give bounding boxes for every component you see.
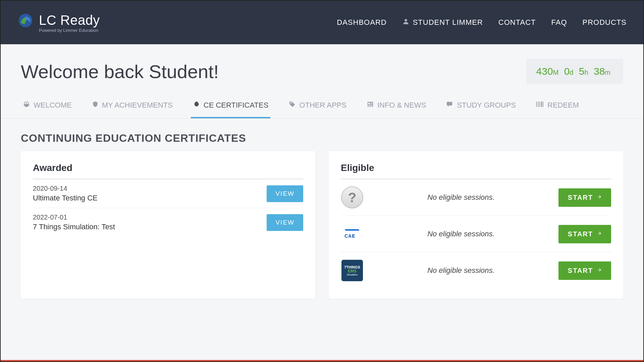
tab-achievements[interactable]: MY ACHIEVEMENTS	[90, 94, 175, 118]
svg-rect-11	[538, 102, 538, 107]
svg-rect-7	[371, 104, 373, 104]
brand-subtitle: Powered by Limmer Education	[39, 28, 100, 33]
nav-user[interactable]: STUDENT LIMMER	[402, 18, 483, 27]
cae-icon: CAE	[344, 229, 360, 239]
tab-other-apps-label: OTHER APPS	[299, 101, 346, 110]
timer-days-unit: d	[570, 69, 573, 76]
welcome-heading: Welcome back Student!	[21, 61, 219, 82]
svg-rect-13	[540, 102, 540, 107]
timer-months: 430	[536, 66, 553, 77]
tab-welcome[interactable]: WELCOME	[21, 94, 74, 118]
view-button[interactable]: VIEW	[267, 185, 303, 202]
timer-minutes: 38	[594, 66, 605, 77]
nav-products[interactable]: PRODUCTS	[583, 18, 627, 27]
nav-user-label: STUDENT LIMMER	[413, 18, 483, 27]
view-button[interactable]: VIEW	[267, 214, 303, 231]
tab-ce-certificates-label: CE CERTIFICATES	[204, 101, 269, 110]
start-button[interactable]: START	[558, 261, 611, 280]
user-icon	[402, 18, 410, 27]
awarded-info: 2020-09-14 Ultimate Testing CE	[33, 185, 98, 202]
cards-row: Awarded 2020-09-14 Ultimate Testing CE V…	[1, 151, 643, 299]
eligible-message: No eligible sessions.	[370, 266, 552, 275]
svg-rect-5	[368, 103, 370, 104]
start-button-label: START	[568, 230, 593, 238]
nav-contact[interactable]: CONTACT	[498, 18, 536, 27]
question-icon: ?	[341, 186, 363, 208]
eligible-app-icon: ?	[341, 186, 364, 209]
awarded-date: 2020-09-14	[33, 185, 98, 192]
tab-study-groups-label: STUDY GROUPS	[457, 101, 516, 110]
tab-info-news-label: INFO & NEWS	[377, 101, 426, 110]
shield-icon	[92, 101, 99, 110]
tab-info-news[interactable]: INFO & NEWS	[365, 94, 428, 118]
eligible-row: ? No eligible sessions. START	[341, 179, 611, 216]
awarded-title: Awarded	[33, 163, 303, 179]
arrow-right-icon	[596, 194, 602, 201]
timer-minutes-unit: m	[605, 69, 610, 76]
awarded-name: Ultimate Testing CE	[33, 194, 98, 202]
start-button[interactable]: START	[558, 188, 611, 207]
tab-study-groups[interactable]: STUDY GROUPS	[444, 94, 518, 118]
chat-icon	[446, 101, 453, 110]
app-logo-icon	[17, 12, 34, 28]
logo-row[interactable]: LC Ready	[17, 12, 100, 28]
eligible-row: 7THINGS EMS Simulation No eligible sessi…	[341, 252, 611, 289]
timer-months-unit: M	[553, 69, 559, 76]
svg-rect-10	[536, 102, 537, 107]
eligible-app-icon: CAE	[341, 223, 364, 245]
timer-hours-unit: h	[584, 69, 588, 76]
tab-other-apps[interactable]: OTHER APPS	[286, 94, 348, 118]
awarded-row: 2022-07-01 7 Things Simulation: Test VIE…	[33, 208, 303, 237]
start-button-label: START	[568, 267, 593, 275]
nav-dashboard[interactable]: DASHBOARD	[337, 18, 386, 27]
start-button-label: START	[568, 194, 593, 201]
dashboard-tabs: WELCOME MY ACHIEVEMENTS CE CERTIFICATES …	[1, 94, 643, 119]
tab-ce-certificates[interactable]: CE CERTIFICATES	[191, 94, 271, 118]
svg-point-1	[405, 19, 407, 21]
timer-days: 0	[564, 66, 570, 77]
eligible-card: Eligible ? No eligible sessions. START C…	[329, 151, 623, 299]
nav-faq[interactable]: FAQ	[551, 18, 567, 27]
section-title: CONTINUING EDUCATION CERTIFICATES	[1, 119, 643, 151]
awarded-card: Awarded 2020-09-14 Ultimate Testing CE V…	[21, 151, 315, 299]
awarded-name: 7 Things Simulation: Test	[33, 223, 115, 231]
awarded-row: 2020-09-14 Ultimate Testing CE VIEW	[33, 179, 303, 208]
certificate-icon	[193, 101, 200, 110]
tab-welcome-label: WELCOME	[34, 101, 72, 110]
tab-achievements-label: MY ACHIEVEMENTS	[102, 101, 173, 110]
svg-rect-8	[368, 105, 373, 105]
eligible-row: CAE No eligible sessions. START	[341, 216, 611, 252]
eligible-app-icon: 7THINGS EMS Simulation	[341, 259, 364, 282]
awarded-info: 2022-07-01 7 Things Simulation: Test	[33, 214, 115, 231]
brand-name: LC Ready	[39, 13, 100, 28]
footer-accent-bar	[1, 360, 643, 361]
arrow-right-icon	[596, 231, 602, 238]
top-nav: DASHBOARD STUDENT LIMMER CONTACT FAQ PRO…	[337, 18, 627, 27]
barcode-icon	[536, 101, 544, 109]
tab-redeem-label: REDEEM	[547, 101, 579, 110]
svg-point-3	[290, 102, 291, 103]
svg-rect-14	[541, 102, 542, 107]
arrow-right-icon	[596, 267, 602, 274]
study-timer: 430M 0d 5h 38m	[526, 59, 623, 84]
svg-rect-12	[539, 102, 539, 107]
timer-hours: 5	[579, 66, 585, 77]
header: LC Ready Powered by Limmer Education DAS…	[1, 1, 643, 44]
eligible-message: No eligible sessions.	[370, 230, 552, 238]
eligible-message: No eligible sessions.	[370, 193, 552, 202]
awarded-date: 2022-07-01	[33, 214, 115, 221]
logo-area: LC Ready Powered by Limmer Education	[17, 12, 100, 33]
svg-rect-9	[368, 106, 373, 106]
svg-rect-15	[543, 102, 543, 107]
seven-things-ems-icon: 7THINGS EMS Simulation	[341, 260, 363, 281]
eligible-title: Eligible	[341, 163, 611, 179]
newspaper-icon	[367, 101, 374, 110]
page-top-row: Welcome back Student! 430M 0d 5h 38m	[1, 44, 643, 94]
svg-rect-6	[371, 103, 373, 103]
gauge-icon	[23, 101, 30, 110]
tab-redeem[interactable]: REDEEM	[534, 94, 581, 118]
start-button[interactable]: START	[558, 225, 611, 243]
tag-icon	[288, 101, 296, 110]
